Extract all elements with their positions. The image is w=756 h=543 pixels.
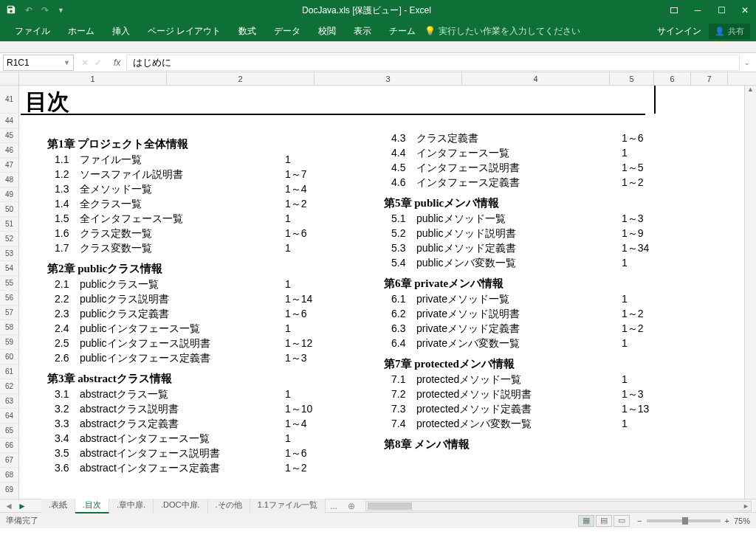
entry-pages: 1: [285, 278, 329, 291]
entry-number: 1.2: [55, 168, 80, 181]
toc-entry: 5.1publicメソッド一覧1～3: [356, 212, 666, 226]
row-header[interactable]: 65: [0, 423, 18, 438]
chevron-down-icon[interactable]: ▼: [63, 59, 70, 66]
signin-button[interactable]: サインイン: [657, 25, 701, 38]
ribbon-tab[interactable]: ページ レイアウト: [139, 21, 230, 42]
ribbon-tab[interactable]: 表示: [345, 21, 380, 42]
row-header[interactable]: 41: [0, 86, 18, 114]
entry-pages: 1～3: [622, 388, 666, 401]
toc-entry: 2.4publicインタフェース一覧1: [19, 322, 329, 336]
ribbon-tab[interactable]: 挿入: [103, 21, 139, 42]
sheet-tab[interactable]: .章中扉.: [109, 498, 154, 513]
row-header[interactable]: 56: [0, 291, 18, 305]
row-header[interactable]: 59: [0, 335, 18, 350]
name-box[interactable]: R1C1 ▼: [3, 55, 74, 71]
zoom-in-icon[interactable]: +: [725, 516, 729, 525]
row-header[interactable]: 52: [0, 232, 18, 246]
ribbon-tab[interactable]: 数式: [230, 21, 265, 42]
ribbon-tab[interactable]: チーム: [380, 21, 425, 42]
ribbon-tabs: ファイルホーム挿入ページ レイアウト数式データ校閲表示チーム 💡 実行したい作業…: [0, 21, 756, 41]
undo-icon[interactable]: ↶: [25, 5, 32, 15]
sheet-tab[interactable]: 1.1ファイル一覧: [250, 498, 326, 513]
row-header[interactable]: 54: [0, 261, 18, 276]
row-header[interactable]: 69: [0, 483, 18, 497]
sheet-tab[interactable]: .目次: [75, 498, 109, 513]
entry-pages: 1: [622, 147, 666, 160]
fx-label[interactable]: fx: [109, 58, 125, 68]
entry-title: ファイル一覧: [80, 153, 285, 167]
column-header[interactable]: 5: [610, 72, 654, 85]
row-header[interactable]: 44: [0, 114, 18, 128]
row-header[interactable]: 64: [0, 409, 18, 423]
column-header[interactable]: 2: [167, 72, 315, 85]
row-header[interactable]: 60: [0, 350, 18, 364]
minimize-icon[interactable]: ─: [693, 5, 703, 15]
vertical-scrollbar[interactable]: ▲: [744, 86, 756, 499]
row-header[interactable]: 66: [0, 438, 18, 453]
column-header[interactable]: 7: [691, 72, 728, 85]
scroll-up-icon[interactable]: ▲: [745, 86, 756, 97]
row-header[interactable]: 50: [0, 202, 18, 217]
scrollbar-thumb[interactable]: [368, 502, 412, 510]
horizontal-scrollbar[interactable]: ◄ ►: [365, 501, 752, 511]
row-header[interactable]: 63: [0, 394, 18, 409]
column-header[interactable]: 4: [462, 72, 610, 85]
entry-number: 6.1: [391, 293, 416, 306]
ribbon-tab[interactable]: データ: [265, 21, 309, 42]
enter-icon[interactable]: ✓: [94, 58, 102, 68]
row-header[interactable]: 47: [0, 158, 18, 173]
row-header[interactable]: 58: [0, 320, 18, 335]
close-icon[interactable]: ✕: [740, 5, 750, 15]
sheet-tab[interactable]: .その他: [208, 498, 250, 513]
zoom-out-icon[interactable]: −: [637, 516, 642, 525]
row-header[interactable]: 53: [0, 246, 18, 261]
ribbon-tab[interactable]: ファイル: [6, 21, 59, 42]
ribbon-display-icon[interactable]: [669, 5, 679, 15]
sheet-tab[interactable]: .DOC中扉.: [154, 498, 208, 513]
entry-pages: 1～6: [285, 308, 329, 321]
row-header[interactable]: 61: [0, 364, 18, 379]
ribbon-tab[interactable]: ホーム: [59, 21, 103, 42]
view-normal-icon[interactable]: ▦: [578, 515, 594, 527]
worksheet-content[interactable]: 目次 第1章 プロジェクト全体情報1.1ファイル一覧11.2ソースファイル説明書…: [19, 86, 756, 499]
entry-pages: 1～4: [285, 418, 329, 431]
expand-formula-icon[interactable]: ⌄: [741, 59, 753, 66]
row-header[interactable]: 68: [0, 468, 18, 483]
view-page-break-icon[interactable]: ▭: [614, 515, 630, 527]
tab-nav-next-icon[interactable]: ►: [18, 501, 27, 511]
zoom-slider[interactable]: [647, 519, 721, 522]
zoom-knob[interactable]: [682, 517, 688, 525]
row-header[interactable]: 51: [0, 217, 18, 232]
row-header[interactable]: 57: [0, 305, 18, 320]
row-header[interactable]: 48: [0, 173, 18, 187]
row-header[interactable]: 67: [0, 453, 18, 468]
save-icon[interactable]: [6, 4, 16, 17]
redo-icon[interactable]: ↷: [41, 5, 49, 15]
column-header[interactable]: 1: [19, 72, 167, 85]
entry-number: 7.1: [391, 373, 416, 387]
column-header[interactable]: 6: [654, 72, 691, 85]
column-header[interactable]: 3: [315, 72, 462, 85]
share-button[interactable]: 👤 共有: [709, 24, 750, 39]
tell-me[interactable]: 💡 実行したい作業を入力してください: [425, 25, 580, 38]
row-header[interactable]: 55: [0, 276, 18, 291]
row-header[interactable]: 62: [0, 379, 18, 394]
scroll-right-icon[interactable]: ►: [743, 502, 749, 510]
formula-input[interactable]: はじめに: [126, 55, 740, 71]
new-sheet-icon[interactable]: ⊕: [342, 499, 361, 513]
more-tabs-label[interactable]: ...: [326, 501, 342, 511]
tab-nav-prev-icon[interactable]: ◄: [4, 501, 13, 511]
ribbon-tab[interactable]: 校閲: [309, 21, 345, 42]
entry-title: abstractインタフェース定義書: [80, 462, 285, 475]
entry-pages: 1～10: [285, 403, 329, 416]
zoom-level[interactable]: 75%: [734, 516, 750, 525]
row-header[interactable]: 45: [0, 128, 18, 143]
qat-dropdown-icon[interactable]: ▼: [58, 7, 64, 14]
maximize-icon[interactable]: ☐: [716, 5, 726, 15]
select-all-corner[interactable]: [0, 72, 19, 85]
sheet-tab[interactable]: .表紙: [41, 498, 75, 513]
row-header[interactable]: 46: [0, 143, 18, 158]
row-header[interactable]: 49: [0, 187, 18, 202]
view-page-layout-icon[interactable]: ▤: [596, 515, 612, 527]
cancel-icon[interactable]: ✕: [81, 58, 89, 68]
